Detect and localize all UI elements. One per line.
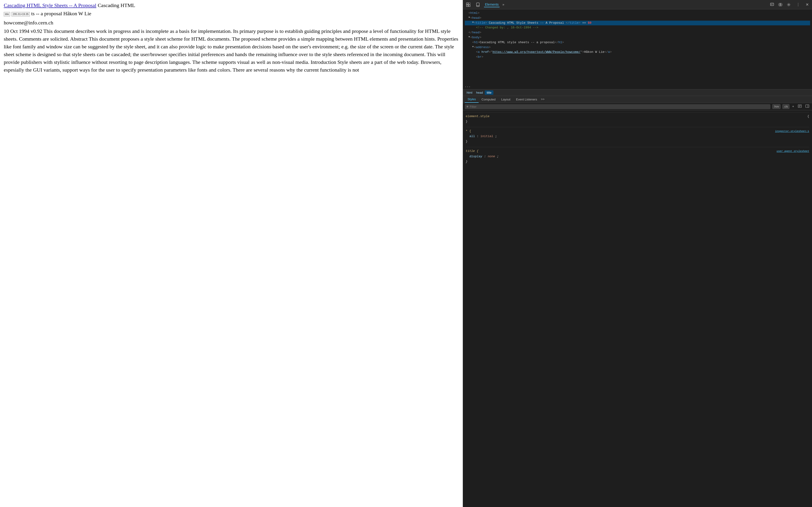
- breadcrumb-bar: html head title: [463, 89, 812, 96]
- page-title-bar: Cascading HTML Style Sheets -- A Proposa…: [4, 2, 459, 9]
- more-options-icon-btn[interactable]: ⋮: [795, 2, 801, 7]
- css-value-initial: initial: [480, 134, 493, 138]
- dom-h1-line[interactable]: <h1> Cascading HTML style sheets -- a pr…: [465, 40, 810, 45]
- styles-tabs-bar: Styles Computed Layout Event Listeners >…: [463, 96, 812, 103]
- page-author: howcome@info.cern.ch: [4, 19, 459, 26]
- filter-icon: ⊘: [467, 105, 468, 108]
- tab-layout[interactable]: Layout: [498, 96, 513, 103]
- dom-head-close-line: </head>: [465, 30, 810, 35]
- css-value-none: none: [488, 155, 495, 158]
- inspect-icon-btn[interactable]: [465, 2, 472, 7]
- comment-badge: 1: [778, 3, 782, 7]
- new-style-rule-icon[interactable]: [797, 104, 803, 109]
- more-tabs-icon[interactable]: »: [502, 3, 504, 7]
- devtools-toolbar: Elements » 1 ⋮ ✕: [463, 0, 812, 9]
- svg-point-6: [478, 6, 478, 6]
- svg-point-10: [788, 4, 789, 5]
- css-rule-element-style: element.style { }: [466, 112, 809, 124]
- svg-rect-2: [466, 5, 468, 7]
- css-selector-element-style[interactable]: element.style: [466, 114, 490, 119]
- element-tooltip-coords: 295.31×19.35: [11, 12, 30, 16]
- dom-body-line[interactable]: ▼ <body>: [465, 35, 810, 40]
- css-prop-all[interactable]: all: [469, 134, 475, 138]
- dom-address-line[interactable]: ▼ <address>: [465, 45, 810, 50]
- element-tooltip-label: title: [4, 12, 10, 16]
- page-title-rest: Cascading HTML: [98, 2, 135, 9]
- tab-styles[interactable]: Styles: [465, 96, 478, 103]
- svg-rect-1: [468, 3, 470, 4]
- styles-panel: Styles Computed Layout Event Listeners >…: [463, 96, 812, 507]
- elements-tab[interactable]: Elements: [484, 2, 500, 7]
- dom-head-line[interactable]: ▼ <head>: [465, 16, 810, 21]
- svg-rect-0: [466, 3, 468, 4]
- css-prop-display[interactable]: display: [469, 155, 483, 158]
- css-source-user-agent: user agent stylesheet: [776, 149, 809, 154]
- svg-rect-4: [476, 3, 479, 7]
- dom-comment-line: <!-- Changed by: , 16-Oct-1994 -->: [465, 25, 810, 30]
- dom-html-line: <html>: [465, 11, 810, 16]
- page-subtitle: ts -- a proposal Håkon W Lie: [31, 10, 91, 17]
- tab-more-icon[interactable]: >>: [541, 98, 545, 101]
- dom-title-selected-line[interactable]: ▼ <title> Cascading HTML Style Sheets --…: [465, 21, 810, 25]
- breadcrumb-title[interactable]: title: [485, 91, 493, 95]
- css-source-inspector[interactable]: inspector-stylesheet:1: [775, 129, 809, 133]
- settings-icon-btn[interactable]: [785, 2, 792, 7]
- tab-computed[interactable]: Computed: [478, 96, 498, 103]
- breadcrumb-html[interactable]: html: [465, 91, 474, 95]
- webpage-panel: Cascading HTML Style Sheets -- A Proposa…: [0, 0, 463, 507]
- page-body: 10 Oct 1994 v0.92 This document describe…: [4, 27, 459, 74]
- devtools-panel: Elements » 1 ⋮ ✕ <html> ▼ <head>: [463, 0, 812, 507]
- hov-button[interactable]: :hov: [772, 104, 780, 109]
- device-icon-btn[interactable]: [474, 2, 481, 7]
- svg-rect-3: [468, 5, 470, 7]
- css-selector-title[interactable]: title {: [466, 149, 478, 154]
- tab-event-listeners[interactable]: Event Listeners: [513, 96, 540, 103]
- close-icon-btn[interactable]: ✕: [804, 2, 810, 7]
- add-style-icon[interactable]: +: [791, 104, 795, 109]
- css-rule-title: title { user agent stylesheet display : …: [466, 147, 809, 164]
- css-selector-star[interactable]: * {: [466, 129, 471, 134]
- dom-a-line[interactable]: <a href=" https://www.w3.org/hypertext/W…: [465, 50, 810, 55]
- dom-br-line: <br>: [465, 55, 810, 60]
- svg-rect-15: [806, 105, 809, 108]
- toggle-sidebar-icon[interactable]: [805, 104, 810, 109]
- dom-tree: <html> ▼ <head> ▼ <title> Cascading HTML…: [463, 9, 812, 84]
- filter-input-wrapper: ⊘: [465, 104, 770, 109]
- css-rule-star: * { inspector-stylesheet:1 all : initial…: [466, 127, 809, 144]
- page-title-link[interactable]: Cascading HTML Style Sheets -- A Proposa…: [4, 2, 96, 9]
- filter-input[interactable]: [470, 105, 768, 108]
- comment-icon-btn[interactable]: [769, 2, 775, 7]
- cls-button[interactable]: .cls: [782, 104, 790, 109]
- breadcrumb-head[interactable]: head: [474, 91, 485, 95]
- css-rules-area: element.style { } * { inspector-styleshe…: [463, 110, 812, 169]
- filter-bar: ⊘ :hov .cls +: [463, 103, 812, 110]
- dom-ellipsis: ···: [463, 84, 812, 89]
- svg-rect-7: [770, 3, 774, 6]
